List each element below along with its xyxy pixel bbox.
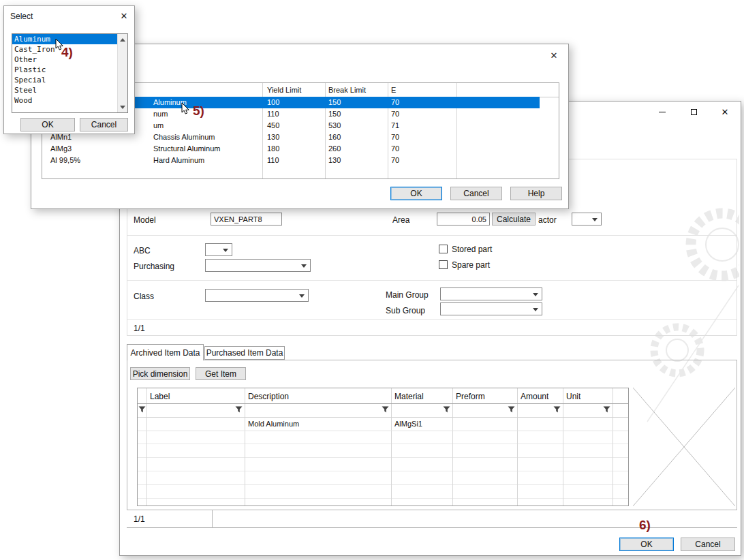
annotation-step-5: 5) xyxy=(193,104,204,119)
tab-purchased-item-data[interactable]: Purchased Item Data xyxy=(204,346,285,360)
ok-button[interactable]: OK xyxy=(390,187,442,200)
divider xyxy=(613,388,613,505)
divider xyxy=(212,510,213,527)
filter-icon[interactable] xyxy=(138,406,146,414)
filter-icon[interactable] xyxy=(603,406,610,414)
cell-e: 70 xyxy=(391,144,399,153)
cell-yield: 100 xyxy=(267,98,279,106)
spare-part-checkbox[interactable] xyxy=(439,260,448,269)
cell-description: num xyxy=(153,110,168,118)
purchasing-label: Purchasing xyxy=(134,262,174,271)
model-label: Model xyxy=(134,215,156,225)
cell-name: AlMg3 xyxy=(50,144,72,153)
ok-button[interactable]: OK xyxy=(619,538,674,551)
divider xyxy=(391,388,392,505)
cell-e: 70 xyxy=(391,156,399,164)
divider xyxy=(138,431,628,431)
form-page-indicator: 1/1 xyxy=(134,324,145,333)
col-header-yield-limit: Yield Limit xyxy=(267,86,301,94)
col-header-break-limit: Break Limit xyxy=(328,86,366,94)
sub-group-label: Sub Group xyxy=(386,306,425,315)
window-controls: ✕ xyxy=(647,102,741,123)
close-button[interactable]: ✕ xyxy=(117,9,131,22)
divider xyxy=(517,388,518,505)
maximize-icon xyxy=(691,109,697,115)
scroll-up-icon[interactable] xyxy=(118,35,127,44)
cancel-button[interactable]: Cancel xyxy=(450,187,502,200)
cell-description: um xyxy=(153,121,164,129)
area-input[interactable]: 0.05 xyxy=(437,213,490,225)
filter-icon[interactable] xyxy=(553,406,561,414)
grid-cell-material[interactable]: AlMgSi1 xyxy=(394,420,422,428)
ok-button[interactable]: OK xyxy=(20,118,75,131)
scroll-down-icon[interactable] xyxy=(118,102,127,112)
col-header-label: Label xyxy=(150,392,170,401)
class-combo[interactable] xyxy=(205,289,309,302)
abc-combo[interactable] xyxy=(205,243,232,256)
cell-description: Hard Aluminum xyxy=(153,156,204,164)
cursor-arrow-icon xyxy=(181,102,191,116)
cell-break: 130 xyxy=(328,156,341,164)
cell-e: 71 xyxy=(391,121,399,129)
chevron-down-icon xyxy=(533,308,538,311)
pick-dimension-button[interactable]: Pick dimension xyxy=(130,367,190,380)
maximize-button[interactable] xyxy=(678,102,709,123)
stored-part-checkbox[interactable] xyxy=(439,245,448,253)
grid-page-indicator: 1/1 xyxy=(134,514,145,524)
material-row[interactable]: Al 99,5% Hard Aluminum 110 130 70 xyxy=(43,155,558,166)
purchasing-combo[interactable] xyxy=(205,259,311,272)
material-row[interactable]: AlMg3 Structural Aluminum 180 260 70 xyxy=(43,143,558,155)
col-header-e: E xyxy=(391,86,396,94)
main-group-combo[interactable] xyxy=(440,287,542,300)
cell-e: 70 xyxy=(391,133,399,141)
factor-combo[interactable] xyxy=(572,213,602,225)
filter-icon[interactable] xyxy=(235,406,243,414)
cell-break: 530 xyxy=(328,121,341,129)
cell-e: 70 xyxy=(391,98,399,106)
get-item-button[interactable]: Get Item xyxy=(196,367,246,380)
grid-cell-description[interactable]: Mold Aluminum xyxy=(248,420,299,428)
filter-icon[interactable] xyxy=(443,406,450,414)
filter-icon[interactable] xyxy=(382,406,389,414)
tab-archived-item-data[interactable]: Archived Item Data xyxy=(127,344,204,360)
divider xyxy=(138,403,628,404)
list-item[interactable]: Steel xyxy=(12,85,117,95)
col-header-material: Material xyxy=(394,392,424,401)
preview-placeholder xyxy=(633,388,735,506)
grid-empty-rows xyxy=(138,431,628,505)
help-button[interactable]: Help xyxy=(510,187,562,200)
close-icon: ✕ xyxy=(722,107,729,117)
cancel-button[interactable]: Cancel xyxy=(681,538,735,551)
chevron-down-icon xyxy=(533,293,538,296)
sub-group-combo[interactable] xyxy=(440,302,542,315)
close-button[interactable]: ✕ xyxy=(709,102,741,123)
model-input[interactable]: VXEN_PART8 xyxy=(211,213,282,225)
list-item[interactable]: Plastic xyxy=(12,65,117,75)
divider xyxy=(127,280,737,281)
cell-e: 70 xyxy=(391,110,399,118)
minimize-button[interactable] xyxy=(647,102,678,123)
select-dialog: Select ✕ Aluminum Cast_Iron Other Plasti… xyxy=(3,5,135,134)
cancel-button[interactable]: Cancel xyxy=(80,118,128,131)
divider xyxy=(138,417,628,418)
list-item[interactable]: Special xyxy=(12,75,117,85)
filter-icon[interactable] xyxy=(508,406,515,414)
col-header-amount: Amount xyxy=(521,392,548,401)
list-item[interactable]: Aluminum xyxy=(12,34,117,44)
area-label: Area xyxy=(392,215,409,225)
cell-break: 160 xyxy=(328,133,341,141)
item-grid: Label Description Material Preform Amoun… xyxy=(137,388,629,506)
calculate-button[interactable]: Calculate xyxy=(492,213,536,225)
divider xyxy=(146,388,147,505)
scrollbar[interactable] xyxy=(117,34,127,112)
col-header-description: Description xyxy=(248,392,289,401)
close-icon: ✕ xyxy=(551,50,558,61)
main-group-label: Main Group xyxy=(386,290,429,300)
chevron-down-icon xyxy=(592,218,598,221)
cell-description: Chassis Aluminum xyxy=(153,133,215,141)
annotation-step-6: 6) xyxy=(639,518,651,533)
list-item[interactable]: Wood xyxy=(12,95,117,106)
cell-break: 150 xyxy=(328,110,341,118)
close-button[interactable]: ✕ xyxy=(546,48,561,62)
chevron-down-icon xyxy=(301,264,307,268)
